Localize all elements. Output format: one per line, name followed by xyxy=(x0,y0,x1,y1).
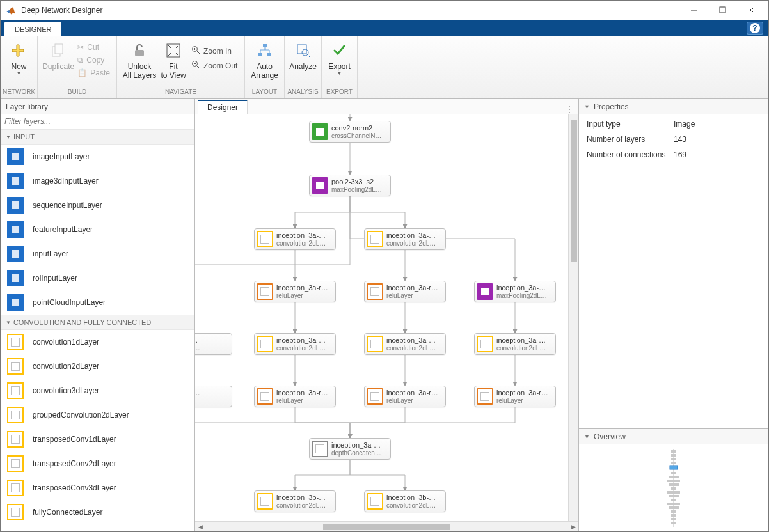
tab-designer-canvas[interactable]: Designer xyxy=(198,100,248,114)
graph-node[interactable]: conv2-norm2crossChannelN… xyxy=(309,121,391,143)
graph-node[interactable]: inception_3b-…convolution2dL… xyxy=(364,490,446,512)
layer-item[interactable]: transposedConv2dLayer xyxy=(1,451,194,476)
node-icon xyxy=(312,123,328,140)
svg-line-9 xyxy=(197,51,200,54)
layer-group-header[interactable]: ▼CONVOLUTION AND FULLY CONNECTED xyxy=(1,315,194,330)
auto-arrange-icon xyxy=(257,42,273,59)
graph-node[interactable]: inception_3a-r…reluLayer xyxy=(364,386,446,407)
zoom-in-button[interactable]: Zoom In xyxy=(189,44,240,58)
scroll-left-icon[interactable]: ◀ xyxy=(195,522,205,532)
panel-title: Layer library xyxy=(1,99,194,114)
scroll-right-icon[interactable]: ▶ xyxy=(568,522,578,532)
graph-node[interactable]: inception_3a-…convolution2dL… xyxy=(474,333,556,355)
graph-node[interactable]: inception_3a-…convolution2dL… xyxy=(364,228,446,250)
matlab-logo-icon xyxy=(6,4,17,16)
svg-rect-25 xyxy=(671,462,676,464)
chevron-down-icon[interactable]: ▼ xyxy=(584,104,590,110)
node-subtitle: convolution2dL… xyxy=(276,345,326,352)
svg-rect-36 xyxy=(669,506,679,509)
svg-rect-34 xyxy=(671,499,676,501)
node-icon xyxy=(257,231,273,247)
export-button[interactable]: Export ▼ xyxy=(326,39,353,77)
layer-icon xyxy=(7,455,24,472)
analyze-button[interactable]: Analyze xyxy=(289,39,317,71)
svg-rect-23 xyxy=(671,454,676,457)
help-button[interactable]: ? xyxy=(747,22,763,35)
graph-node[interactable]: inception_3a-r…reluLayer xyxy=(254,281,336,302)
layer-item[interactable]: groupedConvolution2dLayer xyxy=(1,403,194,427)
scroll-thumb[interactable] xyxy=(323,524,450,530)
layer-icon xyxy=(7,173,24,189)
layer-label: groupedConvolution2dLayer xyxy=(33,411,129,419)
fit-to-view-button[interactable]: Fit to View xyxy=(158,39,189,81)
graph-node[interactable]: inception_3a-…convolution2dL… xyxy=(254,333,336,355)
graph-node[interactable]: inception_3a-r…reluLayer xyxy=(364,281,446,302)
duplicate-label: Duplicate xyxy=(42,62,74,71)
section-label: ANALYSIS xyxy=(285,88,321,97)
layer-group-header[interactable]: ▼INPUT xyxy=(1,129,194,145)
layer-item[interactable]: convolution1dLayer xyxy=(1,330,194,354)
layer-list[interactable]: ▼INPUTimageInputLayerimage3dInputLayerse… xyxy=(1,129,194,531)
layer-item[interactable]: imageInputLayer xyxy=(1,145,194,169)
section-label: EXPORT xyxy=(322,88,357,97)
designer-canvas[interactable]: conv2-norm2crossChannelN…pool2-3x3_s2max… xyxy=(195,114,578,521)
section-label: NETWORK xyxy=(1,88,37,97)
layer-icon xyxy=(7,382,24,399)
node-subtitle: convolution2dL… xyxy=(276,240,326,247)
auto-arrange-button[interactable]: Auto Arrange xyxy=(249,39,280,81)
layer-item[interactable]: transposedConv3dLayer xyxy=(1,476,194,500)
vertical-scrollbar[interactable] xyxy=(568,114,578,521)
new-button[interactable]: New ▼ xyxy=(4,39,33,77)
panel-menu-button[interactable]: ⋮ xyxy=(560,105,578,114)
layer-item[interactable]: inputLayer xyxy=(1,242,194,266)
node-title: inception_3a-r… xyxy=(386,389,438,397)
graph-node[interactable]: inception_3a-…depthConcaten… xyxy=(309,438,391,460)
layer-item[interactable]: roiInputLayer xyxy=(1,266,194,290)
close-button[interactable] xyxy=(737,1,766,20)
layer-item[interactable]: image3dInputLayer xyxy=(1,169,194,193)
scroll-thumb[interactable] xyxy=(571,120,577,262)
window-title: Deep Network Designer xyxy=(21,6,679,15)
layer-item[interactable]: pointCloudInputLayer xyxy=(1,290,194,315)
maximize-button[interactable] xyxy=(708,1,737,20)
group-name: INPUT xyxy=(13,133,35,141)
svg-rect-28 xyxy=(669,476,679,478)
chevron-down-icon: ▼ xyxy=(6,320,11,325)
paste-icon: 📋 xyxy=(77,68,87,77)
svg-rect-40 xyxy=(671,522,676,524)
chevron-down-icon[interactable]: ▼ xyxy=(584,434,590,440)
node-subtitle: reluLayer xyxy=(386,397,438,405)
svg-rect-1 xyxy=(720,7,725,13)
layer-item[interactable]: sequenceInputLayer xyxy=(1,193,194,217)
zoom-out-button[interactable]: Zoom Out xyxy=(189,59,240,72)
svg-rect-29 xyxy=(667,480,680,482)
layer-item[interactable]: convolution2dLayer xyxy=(1,354,194,379)
new-icon xyxy=(12,42,27,59)
node-subtitle: maxPooling2dL… xyxy=(496,292,547,300)
svg-rect-32 xyxy=(667,491,680,494)
graph-node[interactable]: pool2-3x3_s2maxPooling2dL… xyxy=(309,175,391,196)
layer-item[interactable]: fullyConnectedLayer xyxy=(1,500,194,524)
graph-node[interactable]: inception_3a-…maxPooling2dL… xyxy=(474,281,556,302)
overview-minimap[interactable] xyxy=(579,444,768,531)
property-key: Number of connections xyxy=(587,150,674,159)
graph-node[interactable]: inception_3a-…convolution2dL… xyxy=(364,333,446,355)
layer-item[interactable]: featureInputLayer xyxy=(1,217,194,242)
graph-node[interactable]: inception_3a-…convolution2dL… xyxy=(254,228,336,250)
layer-item[interactable]: transposedConv1dLayer xyxy=(1,427,194,451)
tab-designer[interactable]: DESIGNER xyxy=(4,22,61,36)
filter-layers-input[interactable] xyxy=(1,114,194,129)
minimize-button[interactable] xyxy=(679,1,708,20)
graph-node[interactable]: inception_3b-…convolution2dL… xyxy=(254,490,336,512)
horizontal-scrollbar[interactable]: ◀ ▶ xyxy=(195,521,578,531)
unlock-all-layers-button[interactable]: Unlock All Layers xyxy=(121,39,158,81)
graph-node[interactable]: inception_3a-r…reluLayer xyxy=(474,386,556,407)
svg-rect-17 xyxy=(267,53,271,56)
svg-rect-30 xyxy=(669,483,679,486)
svg-line-13 xyxy=(197,66,200,68)
graph-node[interactable]: n_3a-…tion2dL… xyxy=(195,333,232,355)
node-subtitle: reluLayer xyxy=(496,397,548,405)
layer-item[interactable]: convolution3dLayer xyxy=(1,379,194,403)
graph-node[interactable]: n_3a-r…er xyxy=(195,386,232,407)
graph-node[interactable]: inception_3a-r…reluLayer xyxy=(254,386,336,407)
